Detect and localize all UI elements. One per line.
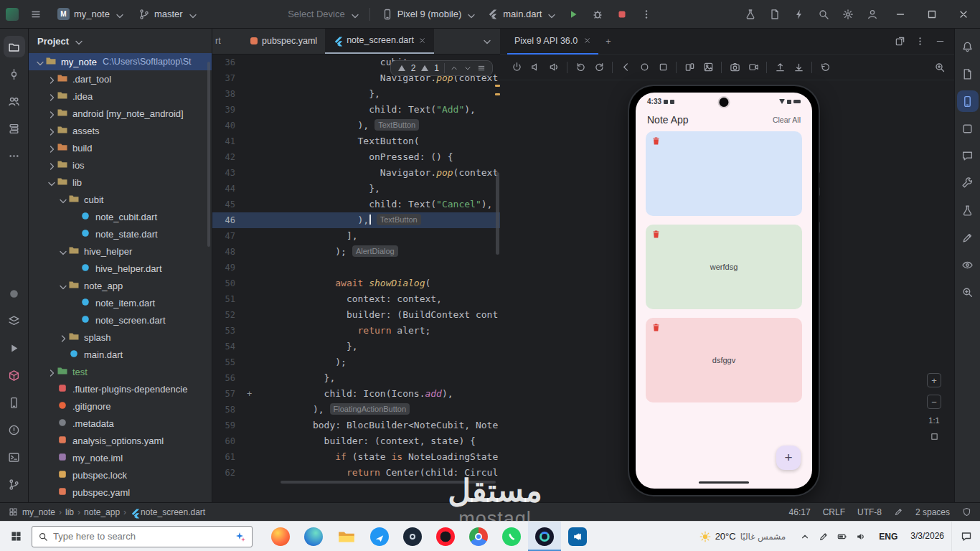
taskbar-app-android-studio[interactable] xyxy=(528,522,561,551)
inspection-menu-icon[interactable] xyxy=(477,64,486,72)
editor-scrollbar[interactable] xyxy=(496,172,499,255)
emulator-overview-button[interactable] xyxy=(654,58,672,77)
tree-item-my-note-iml[interactable]: my_note.iml xyxy=(29,449,212,466)
taskbar-app-opera[interactable] xyxy=(429,522,462,551)
error-stripe-mark[interactable] xyxy=(495,93,500,95)
emulator-volume-up-button[interactable] xyxy=(545,58,563,77)
tree-item-dart-tool[interactable]: .dart_tool xyxy=(29,70,212,88)
version-control-tool-button[interactable] xyxy=(4,474,25,495)
pull-requests-tool-button[interactable] xyxy=(4,90,25,112)
caret-position[interactable]: 46:17 xyxy=(789,507,811,517)
taskbar-weather[interactable]: 20°C مشمس غالبًا xyxy=(692,531,793,542)
gradle-tool-button[interactable] xyxy=(957,63,979,85)
chevron-right-icon[interactable] xyxy=(46,143,57,152)
profiler-button[interactable] xyxy=(788,4,811,24)
gutter-plus-icon[interactable]: + xyxy=(247,386,252,402)
taskbar-app-whatsapp[interactable] xyxy=(495,522,528,551)
tree-item-hive-helper-dart[interactable]: hive_helper.dart xyxy=(29,260,212,277)
delete-note-icon[interactable] xyxy=(651,230,661,239)
show-hidden-icons-chevron[interactable] xyxy=(800,532,810,542)
emulator-power-button[interactable] xyxy=(507,58,526,77)
code-editor[interactable]: 36 cubit.a37 Navigator.pop(context38 },3… xyxy=(212,55,500,481)
taskbar-app-chrome[interactable] xyxy=(462,522,495,551)
tree-item-note-screen-dart[interactable]: note_screen.dart xyxy=(29,311,212,329)
code-line-57[interactable]: 57+ child: Icon(Icons.add), xyxy=(212,386,500,402)
flutter-device-selector[interactable]: Select Device xyxy=(282,4,363,24)
emulator-snapshot-button[interactable] xyxy=(699,58,717,77)
tree-item-hive-helper[interactable]: hive_helper xyxy=(29,242,212,260)
window-close-button[interactable] xyxy=(948,0,979,29)
taskbar-app-explorer[interactable] xyxy=(330,522,363,551)
profile-button[interactable] xyxy=(861,4,884,24)
emulator-tab[interactable]: Pixel 9 API 36.0 xyxy=(507,29,598,55)
zoom-out-button[interactable]: − xyxy=(927,395,941,409)
close-tab-icon[interactable] xyxy=(418,37,426,44)
running-devices-tool-button[interactable] xyxy=(957,90,979,112)
emulator-download-button[interactable] xyxy=(789,58,808,77)
tree-item-pubspec-yaml[interactable]: pubspec.yaml xyxy=(29,484,212,501)
editor-tab-rt[interactable]: rt xyxy=(212,29,242,54)
tree-item-note-state-dart[interactable]: note_state.dart xyxy=(29,225,212,242)
open-in-window-icon[interactable] xyxy=(891,33,908,50)
indent-setting[interactable]: 2 spaces xyxy=(915,507,950,517)
volume-icon[interactable] xyxy=(856,532,866,542)
code-line-58[interactable]: 58 ),FloatingActionButton xyxy=(212,402,500,418)
stop-button[interactable] xyxy=(611,4,633,24)
code-line-54[interactable]: 54 }, xyxy=(212,339,500,354)
chevron-right-icon[interactable] xyxy=(46,126,57,135)
zoom-mode-icon[interactable] xyxy=(934,62,946,73)
emulator-upload-button[interactable] xyxy=(771,58,789,77)
app-inspection-tool-button[interactable] xyxy=(4,283,25,304)
app-quality-insights-tool-button[interactable] xyxy=(957,199,979,221)
tree-item-metadata[interactable]: .metadata xyxy=(29,415,212,432)
zoom-in-button[interactable]: + xyxy=(927,373,941,387)
dependencies-tool-button[interactable] xyxy=(4,364,25,386)
services-tool-button[interactable] xyxy=(4,337,25,359)
assistant-tools-tool-button[interactable] xyxy=(957,172,979,194)
taskbar-app-vscode[interactable] xyxy=(561,522,594,551)
editor-tab-note-screen-dart[interactable]: note_screen.dart xyxy=(325,29,434,54)
tree-item-analysis-options-yaml[interactable]: analysis_options.yaml xyxy=(29,432,212,449)
chevron-right-icon[interactable] xyxy=(46,367,57,376)
tree-item-lib[interactable]: lib xyxy=(29,174,212,191)
breadcrumb-my-note[interactable]: my_note xyxy=(22,507,55,517)
sync-project-button[interactable] xyxy=(763,4,786,24)
plugins-tool-button[interactable] xyxy=(957,281,979,303)
problems-tool-button[interactable] xyxy=(4,419,25,441)
tree-item-note-cubit-dart[interactable]: note_cubit.dart xyxy=(29,208,212,225)
emulator-volume-down-button[interactable] xyxy=(526,58,545,77)
clear-all-button[interactable]: Clear All xyxy=(773,116,801,124)
window-maximize-button[interactable] xyxy=(917,0,947,29)
chevron-right-icon[interactable] xyxy=(46,75,57,83)
chevron-right-icon[interactable] xyxy=(46,92,57,100)
inspection-widget[interactable]: 2 1 xyxy=(390,60,493,76)
device-manager-button[interactable] xyxy=(739,4,762,24)
code-line-42[interactable]: 42 onPressed: () { xyxy=(212,149,500,165)
breadcrumb-note-app[interactable]: note_app xyxy=(84,507,120,517)
code-line-47[interactable]: 47 ], xyxy=(212,228,500,244)
delete-note-icon[interactable] xyxy=(651,136,661,146)
project-panel-header[interactable]: Project xyxy=(29,29,212,53)
hide-panel-icon[interactable] xyxy=(931,33,948,50)
code-line-53[interactable]: 53 return alert; xyxy=(212,323,500,339)
battery-icon[interactable] xyxy=(837,532,847,542)
phone-screen[interactable]: 4:33 Note App Clear All werfdsgdsfggv + xyxy=(636,93,812,489)
code-line-46[interactable]: 46 ),TextButton xyxy=(212,212,500,228)
debug-button[interactable] xyxy=(586,4,609,24)
project-scrollbar[interactable] xyxy=(207,62,210,247)
code-line-49[interactable]: 49 xyxy=(212,260,500,276)
notifications-tool-button[interactable] xyxy=(957,36,979,57)
tree-item-cubit[interactable]: cubit xyxy=(29,191,212,208)
tree-item-my-note[interactable]: my_noteC:\Users\Softlaptop\St xyxy=(29,53,212,70)
more-tools-tool-button[interactable] xyxy=(4,145,25,166)
tree-item-flutter-plugins-dependencie[interactable]: .flutter-plugins-dependencie xyxy=(29,380,212,397)
taskbar-app-photos[interactable] xyxy=(363,522,396,551)
chevron-right-icon[interactable] xyxy=(57,333,68,342)
run-button[interactable] xyxy=(562,4,585,24)
shield-icon[interactable] xyxy=(962,507,971,517)
logcat-tool-button[interactable] xyxy=(957,227,979,248)
device-manager-tool-button[interactable] xyxy=(957,118,979,139)
prev-problem-icon[interactable] xyxy=(450,64,458,72)
code-line-61[interactable]: 61 if (state is NoteLoadingState xyxy=(212,449,500,465)
emulator-rotate-left-button[interactable] xyxy=(571,58,590,77)
